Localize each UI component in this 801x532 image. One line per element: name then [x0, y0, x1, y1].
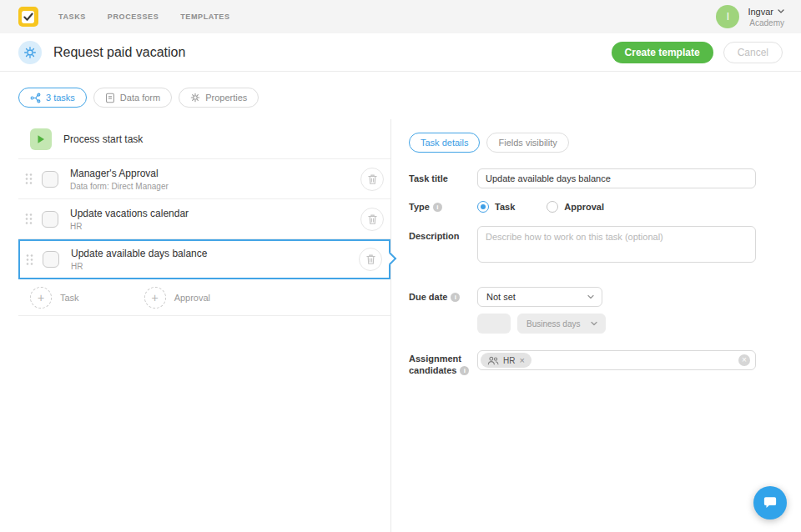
type-label-text: Type	[409, 202, 430, 212]
tab-task-details[interactable]: Task details	[409, 133, 480, 153]
task-row[interactable]: Manager's Approval Data form: Direct Man…	[18, 159, 390, 199]
task-title: Manager's Approval	[70, 168, 169, 179]
app-logo[interactable]	[18, 7, 38, 27]
add-row: + Task + Approval	[18, 279, 390, 316]
type-task-label: Task	[495, 202, 515, 212]
plus-icon: +	[30, 287, 52, 309]
task-title-control	[477, 168, 756, 188]
info-icon[interactable]: i	[433, 203, 442, 212]
trash-icon	[367, 213, 378, 225]
task-title-input[interactable]	[477, 168, 756, 188]
drag-handle-icon[interactable]	[25, 173, 33, 185]
due-date-unit-select[interactable]: Business days	[517, 314, 606, 334]
type-option-task[interactable]: Task	[477, 201, 515, 213]
due-date-control: Not set	[477, 287, 756, 307]
delete-task-button[interactable]	[360, 208, 384, 231]
plus-icon: +	[144, 287, 166, 309]
tab-fields-visibility-label: Fields visibility	[498, 138, 557, 148]
start-task-row[interactable]: Process start task	[18, 119, 390, 159]
description-textarea[interactable]	[477, 226, 756, 263]
task-row[interactable]: Update vacations calendar HR	[18, 199, 390, 239]
assignment-label: Assignment candidatesi	[409, 350, 477, 376]
user-org: Academy	[748, 18, 784, 28]
add-task-button[interactable]: + Task	[30, 287, 79, 309]
info-icon[interactable]: i	[451, 293, 460, 302]
task-title-label: Task title	[409, 173, 477, 184]
nav-item-processes[interactable]: PROCESSES	[108, 13, 159, 21]
chat-launcher-button[interactable]	[753, 486, 787, 519]
type-radio-group: Task Approval	[477, 201, 756, 213]
type-approval-label: Approval	[564, 202, 604, 212]
task-row-selected[interactable]: Update available days balance HR	[18, 239, 390, 279]
task-title: Update vacations calendar	[70, 208, 189, 219]
play-icon	[30, 128, 52, 150]
drag-handle-icon[interactable]	[26, 253, 33, 266]
task-text: Update vacations calendar HR	[70, 208, 189, 231]
assignee-chip: HR ×	[481, 353, 531, 368]
nav-item-templates[interactable]: TEMPLATES	[180, 13, 229, 21]
add-approval-button[interactable]: + Approval	[144, 287, 210, 309]
tab-fields-visibility[interactable]: Fields visibility	[486, 133, 568, 153]
task-checkbox[interactable]	[42, 171, 58, 188]
delete-task-button[interactable]	[359, 248, 382, 271]
tab-properties-label: Properties	[205, 93, 247, 103]
view-tabs: 3 tasks Data form Properties	[0, 72, 801, 119]
cancel-button[interactable]: Cancel	[723, 42, 783, 63]
page-title: Request paid vacation	[53, 45, 185, 60]
task-list-panel: Process start task Manager's Approval Da…	[18, 119, 390, 316]
info-icon[interactable]: i	[460, 366, 469, 375]
radio-unselected-icon	[547, 201, 558, 213]
tab-tasks[interactable]: 3 tasks	[18, 88, 87, 108]
start-task-label: Process start task	[63, 133, 143, 145]
template-icon-circle	[18, 41, 42, 64]
task-title: Update available days balance	[71, 248, 207, 259]
description-label: Description	[409, 226, 477, 266]
panel-divider	[390, 119, 391, 532]
tab-data-form[interactable]: Data form	[93, 88, 172, 108]
task-subtitle: HR	[71, 262, 207, 271]
header-actions: Create template Cancel	[612, 42, 783, 63]
trash-icon	[367, 173, 378, 185]
data-form-icon	[105, 93, 115, 103]
user-menu[interactable]: I Ingvar Academy	[716, 5, 784, 28]
nav-item-tasks[interactable]: TASKS	[58, 13, 86, 21]
type-label: Typei	[409, 201, 477, 213]
remove-chip-icon[interactable]: ×	[519, 356, 524, 365]
add-approval-label: Approval	[174, 293, 210, 303]
task-subtitle: HR	[70, 222, 189, 231]
checkmark-logo-icon	[23, 11, 34, 23]
tasks-flow-icon	[30, 93, 41, 103]
details-tabs: Task details Fields visibility	[409, 133, 756, 153]
assignment-candidates-field[interactable]: HR × ×	[477, 350, 756, 370]
chevron-down-icon	[778, 9, 784, 13]
due-date-number-input[interactable]	[477, 314, 511, 334]
task-text: Manager's Approval Data form: Direct Man…	[70, 168, 169, 191]
assignment-row: Assignment candidatesi HR × ×	[409, 350, 756, 376]
tab-properties[interactable]: Properties	[179, 88, 259, 108]
type-option-approval[interactable]: Approval	[547, 201, 604, 213]
tab-data-form-label: Data form	[120, 93, 160, 103]
due-date-select[interactable]: Not set	[477, 287, 602, 307]
main-nav: TASKS PROCESSES TEMPLATES	[58, 13, 230, 21]
clear-field-icon[interactable]: ×	[738, 354, 750, 366]
task-details-panel: Task details Fields visibility Task titl…	[409, 133, 756, 389]
task-checkbox[interactable]	[43, 251, 59, 268]
avatar-initial: I	[727, 11, 729, 23]
due-date-label: Due datei	[409, 291, 477, 303]
content: Process start task Manager's Approval Da…	[0, 119, 801, 532]
drag-handle-icon[interactable]	[25, 213, 33, 225]
user-meta: Ingvar Academy	[748, 7, 784, 28]
avatar: I	[716, 5, 739, 28]
task-checkbox[interactable]	[42, 211, 58, 228]
assignment-control: HR × ×	[477, 350, 756, 376]
page: { "topbar": { "nav": [ { "label": "TASKS…	[0, 0, 801, 532]
properties-gear-icon	[190, 93, 200, 103]
assignment-label-text: Assignment candidates	[409, 354, 461, 375]
create-template-button[interactable]: Create template	[612, 42, 713, 63]
delete-task-button[interactable]	[360, 168, 384, 191]
tab-tasks-label: 3 tasks	[46, 93, 75, 103]
chevron-down-icon	[591, 322, 597, 326]
add-task-label: Task	[60, 293, 79, 303]
description-control	[477, 226, 756, 266]
type-row: Typei Task Approval	[409, 201, 756, 213]
